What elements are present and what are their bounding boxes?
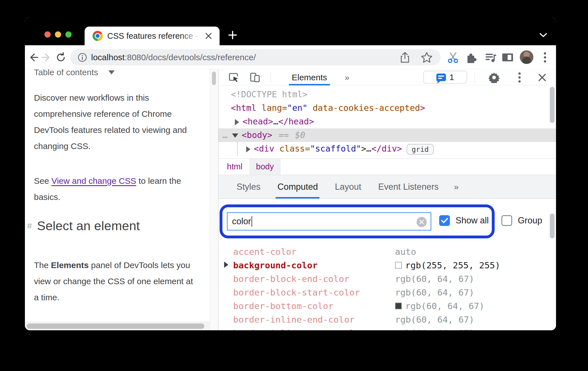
browser-toolbar: localhost:8080/docs/devtools/css/referen… — [25, 45, 556, 69]
tab-elements[interactable]: Elements — [289, 69, 330, 85]
breadcrumb-html[interactable]: html — [220, 159, 249, 175]
computed-filter-bar: color Show all Group — [218, 199, 556, 243]
property-name: border-block-end-color — [233, 272, 349, 286]
show-all-control[interactable]: Show all — [439, 215, 489, 226]
heading-anchor-hash[interactable]: # — [27, 221, 32, 231]
computed-property-row[interactable]: background-colorrgb(255, 255, 255) — [218, 258, 556, 272]
close-window-button[interactable] — [44, 31, 51, 38]
expand-arrow-icon[interactable] — [224, 262, 228, 268]
expand-arrow-icon[interactable] — [246, 146, 250, 152]
dom-node-head[interactable]: <head>…</head> — [218, 115, 556, 128]
table-of-contents-toggle[interactable]: Table of contents — [34, 69, 115, 77]
tab-layout[interactable]: Layout — [326, 175, 370, 199]
computed-property-row[interactable]: accent-colorauto — [218, 245, 556, 258]
property-name: background-color — [233, 258, 318, 272]
scissors-extension-icon[interactable] — [446, 51, 460, 64]
horizontal-scrollbar-thumb[interactable] — [27, 323, 204, 329]
forward-button[interactable] — [40, 51, 53, 64]
page-scrollbar-thumb[interactable] — [212, 72, 216, 85]
dom-node-body-selected[interactable]: …<body>==$0 — [218, 128, 556, 142]
text-caret — [252, 216, 252, 227]
property-name: border-bottom-color — [233, 299, 334, 313]
inspect-element-icon[interactable] — [227, 71, 240, 84]
property-name: border-inline-start-color — [233, 326, 365, 330]
reload-button[interactable] — [54, 51, 67, 64]
chrome-favicon-icon — [93, 31, 103, 41]
computed-properties-list: accent-colorautobackground-colorrgb(255,… — [218, 243, 556, 330]
toc-caret-icon — [108, 70, 115, 74]
issues-counter-button[interactable]: 1 — [423, 71, 467, 84]
page-vertical-scrollbar[interactable] — [210, 69, 218, 330]
node-menu-dots-icon[interactable]: … — [222, 130, 228, 140]
minimize-window-button[interactable] — [55, 31, 61, 38]
elements-text-before: The — [34, 260, 51, 270]
tab-strip: CSS features reference - Chrom — [25, 17, 556, 45]
computed-property-row[interactable]: border-inline-end-colorrgb(60, 64, 67) — [218, 313, 556, 326]
expand-arrow-icon[interactable] — [235, 119, 239, 125]
toolbar-separator — [271, 72, 271, 83]
url-path: :8080/docs/devtools/css/reference/ — [125, 53, 256, 62]
browser-window: CSS features reference - Chrom localhost… — [25, 17, 556, 330]
tab-computed[interactable]: Computed — [269, 175, 326, 199]
show-all-checkbox[interactable] — [439, 215, 450, 226]
tab-styles[interactable]: Styles — [228, 175, 269, 199]
filter-input[interactable]: color — [227, 212, 431, 230]
tab-search-chevron-icon[interactable] — [538, 29, 549, 41]
side-panel-icon[interactable] — [501, 51, 514, 64]
device-toolbar-icon[interactable] — [248, 71, 261, 84]
back-button[interactable] — [27, 51, 40, 64]
tab-event-listeners[interactable]: Event Listeners — [370, 175, 447, 199]
address-bar[interactable]: localhost:8080/docs/devtools/css/referen… — [70, 49, 441, 65]
collapse-arrow-icon[interactable] — [232, 133, 238, 138]
issues-bubble-icon — [436, 74, 446, 81]
breadcrumb-body[interactable]: body — [249, 159, 281, 175]
property-value: rgb(60, 64, 67) — [395, 272, 474, 286]
group-label: Group — [518, 215, 542, 226]
breadcrumb: html body — [218, 158, 556, 175]
computed-property-row[interactable]: border-block-end-colorrgb(60, 64, 67) — [218, 272, 556, 286]
dom-tree: <!DOCTYPE html> <html lang="en" data-coo… — [218, 85, 556, 158]
horizontal-scrollbar[interactable] — [25, 322, 210, 330]
computed-scrollbar-thumb[interactable] — [550, 213, 555, 238]
more-panels-chevron[interactable]: » — [345, 69, 350, 85]
browser-tab[interactable]: CSS features reference - Chrom — [85, 27, 220, 45]
view-and-change-css-link[interactable]: View and change CSS — [51, 176, 136, 186]
tab-close-icon[interactable] — [203, 31, 214, 41]
new-tab-button[interactable] — [226, 29, 239, 41]
playlist-extension-icon[interactable] — [484, 51, 497, 64]
devtools-close-icon[interactable] — [536, 71, 549, 84]
maximize-window-button[interactable] — [65, 31, 72, 38]
computed-property-row[interactable]: border-bottom-colorrgb(60, 64, 67) — [218, 299, 556, 313]
devtools-settings-gear-icon[interactable] — [488, 71, 501, 84]
more-tabs-chevron[interactable]: » — [447, 182, 459, 192]
bookmark-star-icon[interactable] — [421, 52, 433, 63]
dom-node-div-scaffold[interactable]: <div class="scaffold">…</div>grid — [218, 142, 556, 156]
clear-filter-icon[interactable] — [417, 217, 427, 227]
property-name: accent-color — [233, 245, 297, 258]
profile-avatar[interactable] — [520, 50, 533, 64]
computed-property-row[interactable]: border-block-start-colorrgb(60, 64, 67) — [218, 286, 556, 299]
dom-node-doctype[interactable]: <!DOCTYPE html> — [218, 88, 556, 101]
screenshot-canvas: { "browser": { "tab_title": "CSS feature… — [0, 0, 588, 371]
toolbar-separator-2 — [475, 72, 475, 83]
grid-badge[interactable]: grid — [407, 144, 434, 155]
property-value: rgb(60, 64, 67) — [395, 313, 474, 326]
color-swatch — [395, 303, 402, 309]
dom-scrollbar-thumb[interactable] — [550, 87, 555, 123]
extensions-puzzle-icon[interactable] — [464, 51, 478, 64]
show-all-label: Show all — [456, 215, 489, 226]
section-heading-row: # Select an element — [27, 219, 140, 233]
devtools-menu-kebab-icon[interactable] — [513, 71, 526, 84]
group-control[interactable]: Group — [501, 215, 542, 226]
group-checkbox[interactable] — [501, 215, 512, 226]
share-icon[interactable] — [400, 52, 410, 63]
computed-property-row[interactable]: border-inline-start-colorrgb(60, 64, 67) — [218, 326, 556, 330]
see-also-text: See — [34, 176, 51, 186]
property-value: auto — [395, 245, 416, 258]
elements-bold: Elements — [51, 260, 89, 270]
property-name: border-block-start-color — [233, 286, 360, 299]
tab-title: CSS features reference - Chrom — [107, 31, 201, 41]
dom-node-html[interactable]: <html lang="en" data-cookies-accepted> — [218, 101, 556, 115]
site-info-icon[interactable] — [78, 53, 87, 62]
browser-menu-kebab-icon[interactable] — [538, 51, 552, 64]
